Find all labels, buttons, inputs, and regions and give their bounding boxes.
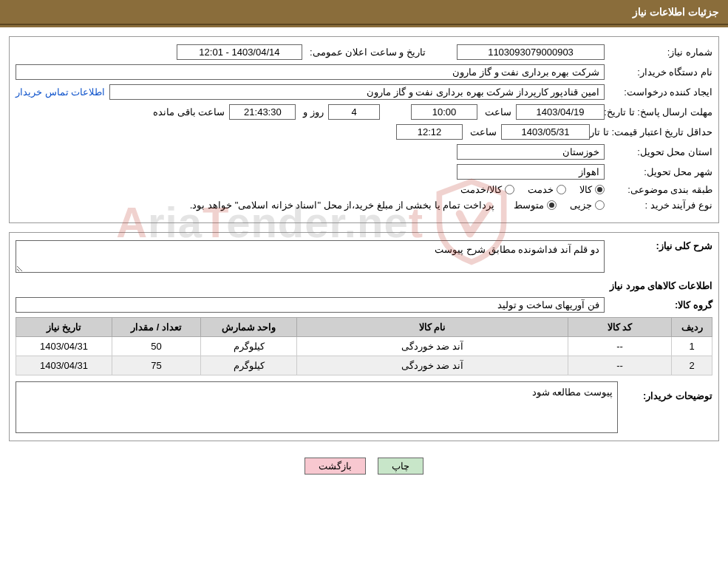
cell-date: 1403/04/31 — [16, 356, 112, 375]
subject-class-opt-both[interactable]: کالا/خدمت — [460, 184, 514, 195]
table-row: 1 -- آند ضد خوردگی کیلوگرم 50 1403/04/31 — [16, 337, 712, 356]
need-no-value: 1103093079000903 — [457, 44, 605, 60]
back-button[interactable]: بازگشت — [305, 458, 366, 475]
validity-label: حداقل تاریخ اعتبار قیمت: تا تاریخ: — [594, 126, 712, 137]
header-divider — [0, 25, 728, 27]
radio-icon — [595, 185, 605, 194]
subject-class-opt-kala[interactable]: کالا — [579, 184, 605, 195]
purchase-type-label: نوع فرآیند خرید : — [609, 200, 712, 211]
city-value: اهواز — [457, 164, 605, 180]
requester-value: امین قنادپور کارپرداز شرکت بهره برداری ن… — [109, 84, 605, 100]
announce-value: 1403/04/14 - 12:01 — [177, 44, 302, 60]
need-no-label: شماره نیاز: — [609, 47, 712, 58]
city-label: شهر محل تحویل: — [609, 166, 712, 177]
buyer-desc-value: پیوست مطالعه شود — [16, 381, 618, 433]
validity-time-label: ساعت — [467, 126, 497, 137]
items-table: ردیف کد کالا نام کالا واحد شمارش تعداد /… — [16, 317, 712, 375]
cell-row: 1 — [672, 337, 712, 356]
page-title: جزئیات اطلاعات نیاز — [633, 6, 719, 18]
col-name: نام کالا — [297, 318, 568, 337]
countdown: 21:43:30 — [229, 104, 296, 120]
purchase-type-opt1-label: جزیی — [570, 200, 592, 211]
days-remaining: 4 — [328, 104, 380, 120]
radio-icon — [547, 200, 557, 210]
page-title-bar: جزئیات اطلاعات نیاز — [0, 0, 728, 25]
cell-code: -- — [568, 337, 672, 356]
group-label: گروه کالا: — [609, 299, 712, 310]
button-row: چاپ بازگشت — [0, 450, 728, 485]
group-value: فن آوریهای ساخت و تولید — [16, 297, 605, 313]
remain-label: ساعت باقی مانده — [150, 106, 225, 118]
subject-class-opt3-label: کالا/خدمت — [460, 184, 502, 195]
print-button[interactable]: چاپ — [378, 458, 423, 475]
deadline-time-label: ساعت — [482, 106, 511, 118]
deadline-date: 1403/04/19 — [516, 104, 605, 120]
radio-icon — [505, 185, 514, 194]
announce-label: تاریخ و ساعت اعلان عمومی: — [307, 47, 426, 58]
col-row: ردیف — [672, 318, 712, 337]
province-label: استان محل تحویل: — [609, 146, 712, 157]
cell-name: آند ضد خوردگی — [297, 356, 568, 375]
col-date: تاریخ نیاز — [16, 318, 112, 337]
items-info-heading: اطلاعات کالاهای مورد نیاز — [16, 280, 712, 291]
purchase-type-group: جزیی متوسط — [514, 200, 605, 211]
col-unit: واحد شمارش — [201, 318, 297, 337]
subject-class-opt1-label: کالا — [579, 184, 592, 195]
buyer-org-value: شرکت بهره برداری نفت و گاز مارون — [16, 64, 605, 80]
cell-qty: 75 — [112, 356, 201, 375]
col-code: کد کالا — [568, 318, 672, 337]
cell-code: -- — [568, 356, 672, 375]
subject-class-group: کالا خدمت کالا/خدمت — [460, 184, 605, 195]
radio-icon — [595, 200, 605, 210]
cell-unit: کیلوگرم — [201, 356, 297, 375]
cell-unit: کیلوگرم — [201, 337, 297, 356]
subject-class-opt2-label: خدمت — [528, 184, 554, 195]
col-qty: تعداد / مقدار — [112, 318, 201, 337]
overall-desc-label: شرح کلی نیاز: — [609, 240, 712, 251]
purchase-type-opt-medium[interactable]: متوسط — [514, 200, 557, 211]
buyer-desc-label: توضیحات خریدار: — [624, 381, 712, 401]
cell-row: 2 — [672, 356, 712, 375]
subject-class-label: طبقه بندی موضوعی: — [609, 184, 712, 195]
purchase-note: پرداخت تمام یا بخشی از مبلغ خرید،از محل … — [187, 200, 494, 211]
purchase-type-opt2-label: متوسط — [514, 200, 544, 211]
province-value: خوزستان — [457, 144, 605, 160]
deadline-label: مهلت ارسال پاسخ: تا تاریخ: — [609, 106, 712, 118]
cell-qty: 50 — [112, 337, 201, 356]
table-row: 2 -- آند ضد خوردگی کیلوگرم 75 1403/04/31 — [16, 356, 712, 375]
subject-class-opt-khedmat[interactable]: خدمت — [528, 184, 566, 195]
purchase-type-opt-minor[interactable]: جزیی — [570, 200, 605, 211]
deadline-time: 10:00 — [411, 104, 477, 120]
requester-label: ایجاد کننده درخواست: — [609, 86, 712, 98]
buyer-contact-link[interactable]: اطلاعات تماس خریدار — [16, 86, 105, 98]
radio-icon — [557, 185, 566, 194]
buyer-org-label: نام دستگاه خریدار: — [609, 67, 712, 78]
days-and-label: روز و — [300, 106, 324, 118]
cell-name: آند ضد خوردگی — [297, 337, 568, 356]
validity-time: 12:12 — [396, 124, 463, 140]
details-panel: AriaTender.net شماره نیاز: 1103093079000… — [9, 36, 719, 223]
cell-date: 1403/04/31 — [16, 337, 112, 356]
items-panel: شرح کلی نیاز: دو قلم آند فداشونده مطابق … — [9, 232, 719, 441]
overall-desc-value: دو قلم آند فداشونده مطابق شرح پیوست — [16, 240, 605, 273]
validity-date: 1403/05/31 — [501, 124, 590, 140]
